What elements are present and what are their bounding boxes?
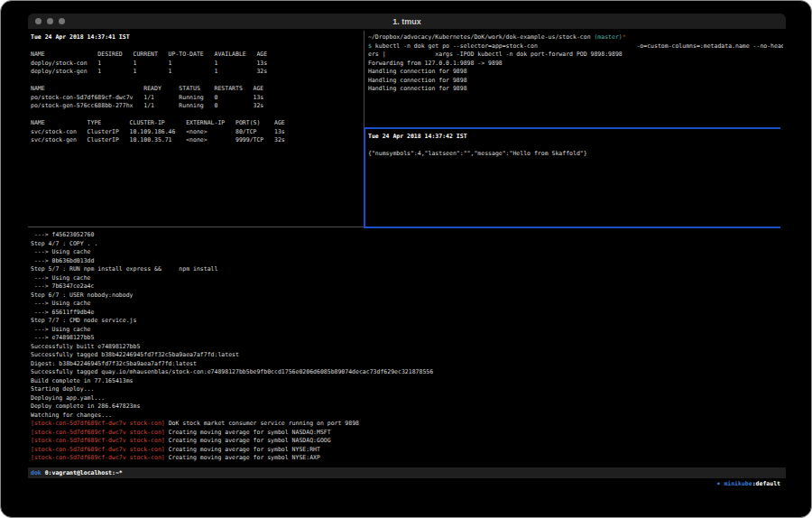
pane-border-horizontal-active-top xyxy=(364,127,780,129)
window-list-item[interactable]: 0:vagrant@localhost:~* xyxy=(45,467,123,478)
kube-namespace: :default xyxy=(752,480,780,487)
pane-skaffold-build-log[interactable]: ---> f45623052760Step 4/7 : COPY . . ---… xyxy=(31,231,783,466)
pane-border-horizontal-active-bottom xyxy=(364,227,780,228)
session-name[interactable]: dok xyxy=(31,467,42,478)
status-right: ⎈ minikube:default xyxy=(688,467,786,478)
terminal-window: 1. tmux Tue 24 Apr 2018 14:37:41 IST NAM… xyxy=(28,14,786,506)
window-titlebar[interactable]: 1. tmux xyxy=(28,14,786,29)
window-title: 1. tmux xyxy=(28,17,786,26)
pane-kubectl-resources[interactable]: Tue 24 Apr 2018 14:37:41 IST NAME DESIRE… xyxy=(31,33,363,227)
pane-port-forward-shell[interactable]: ~/Dropbox/advocacy/Kubernetes/DoK/work/d… xyxy=(368,33,783,125)
pane-border-vertical-active xyxy=(364,127,365,227)
pane-watch-output-active[interactable]: Tue 24 Apr 2018 14:37:42 IST {"numsymbol… xyxy=(368,133,783,225)
pane-border-horizontal-inactive xyxy=(28,227,364,227)
tmux-status-bar: dok 0:vagrant@localhost:~* ⎈ minikube:de… xyxy=(28,467,786,478)
pane-border-vertical-inactive xyxy=(364,31,364,127)
kube-context: minikube xyxy=(724,480,752,487)
status-left: dok 0:vagrant@localhost:~* xyxy=(28,467,123,478)
screenshot-frame: 1. tmux Tue 24 Apr 2018 14:37:41 IST NAM… xyxy=(0,0,812,518)
